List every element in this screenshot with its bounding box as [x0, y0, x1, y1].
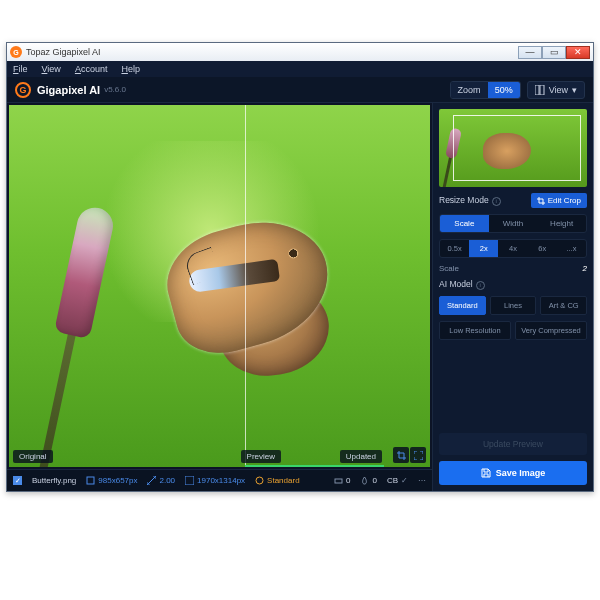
- model-lines[interactable]: Lines: [490, 296, 537, 315]
- minimize-button[interactable]: —: [518, 46, 542, 59]
- scale-value: 2.00: [159, 476, 175, 485]
- svg-rect-5: [335, 479, 342, 483]
- zoom-value[interactable]: 50%: [488, 82, 520, 98]
- navigator-viewport-frame[interactable]: [453, 115, 581, 181]
- app-version: v5.6.0: [104, 85, 126, 94]
- os-titlebar: G Topaz Gigapixel AI — ▭ ✕: [7, 43, 593, 61]
- view-mode-button[interactable]: View ▾: [527, 81, 585, 99]
- svg-rect-2: [87, 477, 94, 484]
- close-button[interactable]: ✕: [566, 46, 590, 59]
- expand-icon[interactable]: [410, 447, 426, 463]
- view-label: View: [549, 85, 568, 95]
- orig-dimensions: 985x657px: [98, 476, 137, 485]
- tab-width[interactable]: Width: [489, 215, 538, 232]
- blur-icon: [360, 476, 369, 485]
- blur-value: 0: [372, 476, 376, 485]
- svg-rect-1: [540, 85, 544, 95]
- app-header: G Gigapixel AI v5.6.0 Zoom 50% View ▾: [7, 77, 593, 103]
- update-preview-button[interactable]: Update Preview: [439, 433, 587, 455]
- model-very-compressed[interactable]: Very Compressed: [515, 321, 587, 340]
- scale-label: Scale: [439, 264, 459, 273]
- info-icon[interactable]: i: [476, 281, 485, 290]
- noise-value: 0: [346, 476, 350, 485]
- chevron-down-icon: ▾: [572, 85, 577, 95]
- file-status-bar: ✓ Butterfly.png 985x657px 2.00 1970x1314…: [7, 469, 432, 491]
- info-icon[interactable]: i: [492, 197, 501, 206]
- more-icon[interactable]: ⋯: [418, 476, 426, 485]
- scale-4x[interactable]: 4x: [498, 240, 527, 257]
- model-art-cg[interactable]: Art & CG: [540, 296, 587, 315]
- svg-rect-3: [185, 476, 194, 485]
- menu-view[interactable]: View: [42, 64, 61, 74]
- canvas-area: Original Preview Updated ✓ Butterfly.png…: [7, 103, 433, 491]
- compare-divider[interactable]: [245, 105, 246, 467]
- maximize-button[interactable]: ▭: [542, 46, 566, 59]
- settings-panel: Resize Modei Edit Crop Scale Width Heigh…: [433, 103, 593, 491]
- save-icon: [481, 468, 491, 478]
- check-icon: ✓: [401, 476, 408, 485]
- ai-model-title: AI Model: [439, 279, 473, 289]
- output-icon: [185, 476, 194, 485]
- preview-viewport[interactable]: Original Preview Updated: [9, 105, 430, 467]
- scale-6x[interactable]: 6x: [528, 240, 557, 257]
- output-dimensions: 1970x1314px: [197, 476, 245, 485]
- scale-0-5x[interactable]: 0.5x: [440, 240, 469, 257]
- navigator-thumbnail[interactable]: [439, 109, 587, 187]
- original-badge: Original: [13, 450, 53, 463]
- menu-bar: File View Account Help: [7, 61, 593, 77]
- zoom-label: Zoom: [451, 82, 488, 98]
- tab-height[interactable]: Height: [537, 215, 586, 232]
- scale-custom[interactable]: ...x: [557, 240, 586, 257]
- menu-file[interactable]: File: [13, 64, 28, 74]
- svg-rect-0: [535, 85, 539, 95]
- model-icon: [255, 476, 264, 485]
- menu-help[interactable]: Help: [121, 64, 140, 74]
- model-name: Standard: [267, 476, 299, 485]
- cb-label: CB: [387, 476, 398, 485]
- crop-icon: [537, 197, 545, 205]
- model-low-resolution[interactable]: Low Resolution: [439, 321, 511, 340]
- updated-badge: Updated: [340, 450, 382, 463]
- app-icon: G: [10, 46, 22, 58]
- scale-2x[interactable]: 2x: [469, 240, 498, 257]
- edit-crop-button[interactable]: Edit Crop: [531, 193, 587, 208]
- noise-icon: [334, 476, 343, 485]
- scale-multiplier-row: 0.5x 2x 4x 6x ...x: [439, 239, 587, 258]
- svg-point-4: [256, 477, 263, 484]
- model-standard[interactable]: Standard: [439, 296, 486, 315]
- file-checkbox[interactable]: ✓: [13, 476, 22, 485]
- crop-icon[interactable]: [393, 447, 409, 463]
- image-subject: [109, 205, 359, 385]
- zoom-control[interactable]: Zoom 50%: [450, 81, 521, 99]
- updated-indicator: [245, 465, 384, 467]
- resize-mode-title: Resize Mode: [439, 195, 489, 205]
- tab-scale[interactable]: Scale: [440, 215, 489, 232]
- resize-mode-tabs: Scale Width Height: [439, 214, 587, 233]
- scale-field[interactable]: 2: [583, 264, 587, 273]
- dimensions-icon: [86, 476, 95, 485]
- window-title: Topaz Gigapixel AI: [26, 47, 101, 57]
- split-view-icon: [535, 85, 545, 95]
- menu-account[interactable]: Account: [75, 64, 108, 74]
- filename: Butterfly.png: [32, 476, 76, 485]
- app-window: G Topaz Gigapixel AI — ▭ ✕ File View Acc…: [6, 42, 594, 492]
- scale-icon: [147, 476, 156, 485]
- preview-badge: Preview: [241, 450, 281, 463]
- save-image-button[interactable]: Save Image: [439, 461, 587, 485]
- brand-logo: G: [15, 82, 31, 98]
- app-title: Gigapixel AI: [37, 84, 100, 96]
